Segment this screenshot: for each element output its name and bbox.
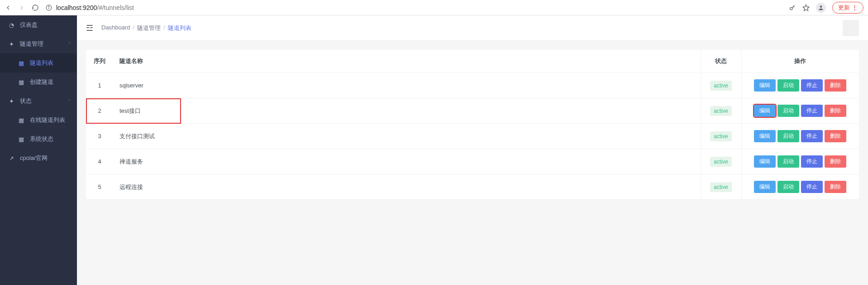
sidebar-icon: ↗ bbox=[8, 155, 14, 162]
sidebar-item-7[interactable]: ↗cpolar官网 bbox=[0, 149, 77, 168]
profile-icon[interactable] bbox=[816, 3, 826, 13]
sidebar-label: 在线隧道列表 bbox=[30, 116, 65, 124]
start-button[interactable]: 启动 bbox=[777, 155, 799, 168]
edit-button[interactable]: 编辑 bbox=[754, 155, 776, 168]
tunnels-table: 序列 隧道名称 状态 操作 1sqlserveractive编辑启动停止删除2t… bbox=[86, 50, 859, 200]
topbar: ☲ Dashboard/隧道管理/隧道列表 bbox=[77, 15, 868, 41]
cell-idx: 2 bbox=[86, 98, 113, 124]
sidebar-item-6[interactable]: ▦系统状态 bbox=[0, 130, 77, 149]
cell-ops: 编辑启动停止删除 bbox=[741, 174, 859, 200]
start-button[interactable]: 启动 bbox=[777, 105, 799, 117]
del-button[interactable]: 删除 bbox=[825, 155, 846, 168]
cell-status: active bbox=[701, 98, 741, 124]
breadcrumb-item-0[interactable]: Dashboard bbox=[101, 24, 130, 32]
sidebar-label: 仪表盘 bbox=[20, 21, 38, 29]
cell-ops: 编辑启动停止删除 bbox=[741, 73, 859, 98]
reload-icon[interactable] bbox=[32, 4, 39, 11]
table-row: 3支付接口测试active编辑启动停止删除 bbox=[86, 124, 859, 149]
del-button[interactable]: 删除 bbox=[825, 130, 846, 142]
sidebar-label: cpolar官网 bbox=[20, 154, 48, 162]
cell-ops: 编辑启动停止删除 bbox=[741, 98, 859, 124]
table-row: 2test接口active编辑启动停止删除 bbox=[86, 98, 859, 124]
forward-icon[interactable] bbox=[18, 4, 25, 11]
sidebar-icon: ▦ bbox=[18, 136, 24, 143]
th-ops: 操作 bbox=[741, 50, 859, 73]
edit-button[interactable]: 编辑 bbox=[754, 130, 776, 142]
cell-idx: 3 bbox=[86, 124, 113, 149]
url-host: localhost:9200 bbox=[56, 4, 97, 11]
content: 序列 隧道名称 状态 操作 1sqlserveractive编辑启动停止删除2t… bbox=[77, 41, 868, 209]
breadcrumb-item-1[interactable]: 隧道管理 bbox=[137, 24, 161, 32]
th-status: 状态 bbox=[701, 50, 741, 73]
status-badge: active bbox=[710, 106, 731, 116]
cell-status: active bbox=[701, 174, 741, 200]
stop-button[interactable]: 停止 bbox=[801, 79, 823, 92]
edit-button[interactable]: 编辑 bbox=[754, 105, 776, 117]
cell-status: active bbox=[701, 73, 741, 98]
star-icon[interactable] bbox=[802, 4, 810, 11]
sidebar-icon: ✦ bbox=[8, 41, 14, 48]
status-badge: active bbox=[710, 182, 731, 192]
sidebar-icon: ◔ bbox=[8, 22, 14, 29]
breadcrumb: Dashboard/隧道管理/隧道列表 bbox=[101, 24, 191, 32]
table-row: 4禅道服务active编辑启动停止删除 bbox=[86, 149, 859, 174]
info-icon bbox=[45, 4, 52, 11]
stop-button[interactable]: 停止 bbox=[801, 181, 823, 193]
cell-name: 远程连接 bbox=[113, 174, 701, 200]
svg-point-5 bbox=[820, 5, 822, 8]
menu-toggle-icon[interactable]: ☲ bbox=[86, 23, 93, 33]
chevron-icon: ˄ bbox=[68, 99, 71, 104]
cell-ops: 编辑启动停止删除 bbox=[741, 149, 859, 174]
update-button[interactable]: 更新⋮ bbox=[832, 2, 863, 14]
avatar[interactable] bbox=[843, 20, 859, 36]
sidebar-item-0[interactable]: ◔仪表盘 bbox=[0, 15, 77, 34]
sidebar-item-3[interactable]: ▦创建隧道 bbox=[0, 72, 77, 92]
app-shell: ◔仪表盘✦隧道管理˄▦隧道列表▦创建隧道✦状态˄▦在线隧道列表▦系统状态↗cpo… bbox=[0, 15, 868, 285]
url-bar[interactable]: localhost:9200/#/tunnels/list bbox=[45, 4, 782, 11]
del-button[interactable]: 删除 bbox=[825, 105, 846, 117]
status-badge: active bbox=[710, 81, 731, 91]
back-icon[interactable] bbox=[5, 4, 12, 11]
cell-name: 禅道服务 bbox=[113, 149, 701, 174]
cell-status: active bbox=[701, 149, 741, 174]
sidebar-label: 隧道列表 bbox=[30, 59, 53, 67]
sidebar-label: 系统状态 bbox=[30, 135, 53, 143]
sidebar-icon: ▦ bbox=[18, 60, 24, 67]
table-row: 1sqlserveractive编辑启动停止删除 bbox=[86, 73, 859, 98]
start-button[interactable]: 启动 bbox=[777, 79, 799, 92]
start-button[interactable]: 启动 bbox=[777, 130, 799, 142]
sidebar-item-5[interactable]: ▦在线隧道列表 bbox=[0, 111, 77, 130]
sidebar-icon: ▦ bbox=[18, 117, 24, 124]
cell-idx: 5 bbox=[86, 174, 113, 200]
del-button[interactable]: 删除 bbox=[825, 181, 846, 193]
edit-button[interactable]: 编辑 bbox=[754, 79, 776, 92]
th-name: 隧道名称 bbox=[113, 50, 701, 73]
cell-idx: 1 bbox=[86, 73, 113, 98]
cell-name: test接口 bbox=[113, 98, 701, 124]
sidebar-label: 状态 bbox=[20, 97, 32, 105]
sidebar-icon: ✦ bbox=[8, 98, 14, 105]
stop-button[interactable]: 停止 bbox=[801, 155, 823, 168]
sidebar-label: 隧道管理 bbox=[20, 40, 43, 48]
sidebar-label: 创建隧道 bbox=[30, 78, 53, 86]
stop-button[interactable]: 停止 bbox=[801, 130, 823, 142]
tunnels-card: 序列 隧道名称 状态 操作 1sqlserveractive编辑启动停止删除2t… bbox=[86, 50, 859, 200]
status-badge: active bbox=[710, 157, 731, 167]
update-button-label: 更新 bbox=[838, 4, 850, 12]
sidebar-item-1[interactable]: ✦隧道管理˄ bbox=[0, 34, 77, 53]
chevron-icon: ˄ bbox=[68, 42, 71, 47]
th-idx: 序列 bbox=[86, 50, 113, 73]
status-badge: active bbox=[710, 131, 731, 141]
key-icon[interactable] bbox=[789, 4, 796, 11]
edit-button[interactable]: 编辑 bbox=[754, 181, 776, 193]
cell-idx: 4 bbox=[86, 149, 113, 174]
cell-status: active bbox=[701, 124, 741, 149]
stop-button[interactable]: 停止 bbox=[801, 105, 823, 117]
sidebar-item-4[interactable]: ✦状态˄ bbox=[0, 92, 77, 111]
main-area: ☲ Dashboard/隧道管理/隧道列表 序列 隧道名称 状态 操作 1sq bbox=[77, 15, 868, 285]
breadcrumb-sep: / bbox=[133, 24, 135, 32]
start-button[interactable]: 启动 bbox=[777, 181, 799, 193]
del-button[interactable]: 删除 bbox=[825, 79, 846, 92]
sidebar-icon: ▦ bbox=[18, 79, 24, 86]
sidebar-item-2[interactable]: ▦隧道列表 bbox=[0, 53, 77, 72]
